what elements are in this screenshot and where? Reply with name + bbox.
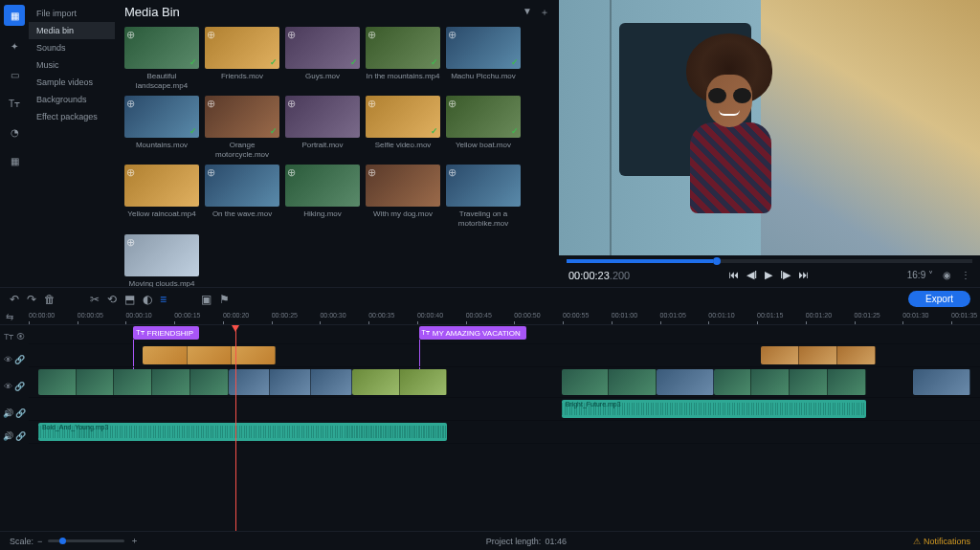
track-header-marker[interactable]: Tᴛ ⦿ <box>0 325 29 348</box>
cut-icon[interactable]: ✂ <box>90 293 100 306</box>
ruler-mark: 00:00:15 <box>174 312 200 319</box>
snapshot-icon[interactable]: ◉ <box>943 270 951 280</box>
track-header-v2[interactable]: 👁 🔗 <box>0 348 29 371</box>
rotate-icon[interactable]: ⟲ <box>107 293 117 306</box>
video-track-main[interactable] <box>29 367 980 398</box>
playhead[interactable] <box>235 325 236 531</box>
play-icon[interactable]: ▶ <box>765 269 772 281</box>
video-clip[interactable] <box>913 369 970 395</box>
media-item[interactable]: On the wave.mov <box>205 165 279 228</box>
aspect-ratio[interactable]: 16:9 ˅ <box>907 270 933 280</box>
video-track-upper[interactable] <box>29 344 980 367</box>
more-icon[interactable]: ⋮ <box>961 270 970 280</box>
sidebar-item-backgrounds[interactable]: Backgrounds <box>29 91 115 108</box>
media-thumbnail[interactable] <box>124 27 199 69</box>
media-thumbnail[interactable] <box>124 165 199 207</box>
notifications-button[interactable]: Notifications <box>913 537 970 546</box>
ratio-icon[interactable]: ▭ <box>6 66 23 83</box>
sidebar-item-sounds[interactable]: Sounds <box>29 39 115 56</box>
sparkle-icon[interactable]: ✦ <box>6 37 23 55</box>
media-thumbnail[interactable] <box>124 96 199 138</box>
media-item[interactable]: Machu Picchu.mov <box>446 27 521 90</box>
media-thumbnail[interactable] <box>366 96 440 138</box>
media-item[interactable]: Friends.mov <box>205 27 279 90</box>
color-icon[interactable]: ◐ <box>143 293 152 306</box>
track-header-a1[interactable]: 🔊 🔗 <box>0 402 29 425</box>
media-thumbnail[interactable] <box>205 27 279 69</box>
scale-minus[interactable]: − <box>37 537 42 546</box>
media-item[interactable]: Mountains.mov <box>124 96 199 159</box>
video-clip[interactable] <box>229 369 352 395</box>
media-thumbnail[interactable] <box>124 234 199 276</box>
step-back-icon[interactable]: ◀Ⅰ <box>746 269 757 281</box>
sidebar-item-sample-videos[interactable]: Sample videos <box>29 74 115 91</box>
video-clip[interactable] <box>761 346 875 364</box>
sidebar-item-music[interactable]: Music <box>29 56 115 74</box>
media-thumbnail[interactable] <box>285 165 360 207</box>
media-item[interactable]: Hiking.mov <box>285 165 360 228</box>
props-icon[interactable]: ≡ <box>160 293 167 306</box>
media-item[interactable]: In the mountains.mp4 <box>366 27 440 90</box>
media-thumbnail[interactable] <box>285 96 360 138</box>
timeline-marker[interactable]: MY AMAZING VACATION <box>419 326 526 340</box>
track-header-v1[interactable]: 👁 🔗 <box>0 371 29 402</box>
import-icon[interactable]: ▦ <box>4 5 25 26</box>
video-clip[interactable] <box>143 346 276 364</box>
step-fwd-icon[interactable]: Ⅰ▶ <box>780 269 791 281</box>
export-button[interactable]: Export <box>908 291 970 307</box>
media-item[interactable]: Moving clouds.mp4 <box>124 234 199 287</box>
media-thumbnail[interactable] <box>446 27 521 69</box>
redo-icon[interactable]: ↷ <box>27 293 36 306</box>
sidebar-item-media-bin[interactable]: Media bin <box>29 22 115 39</box>
video-clip[interactable] <box>657 369 714 395</box>
tool-rail: ▦ ✦ ▭ Tᴛ ◔ ▦ <box>0 0 29 287</box>
media-item[interactable]: Yellow boat.mov <box>446 96 521 159</box>
media-thumbnail[interactable] <box>446 165 521 207</box>
audio-track-2[interactable]: Bold_And_Young.mp3 <box>29 421 980 444</box>
sidebar-item-effect-packages[interactable]: Effect packages <box>29 108 115 125</box>
timeline-ruler[interactable]: ⇆ 00:00:0000:00:0500:00:1000:00:1500:00:… <box>0 310 980 325</box>
scale-plus[interactable]: ＋ <box>130 535 139 547</box>
marker-track[interactable]: FRIENDSHIPMY AMAZING VACATION <box>29 325 980 344</box>
audio-track-1[interactable]: Bright_Future.mp3 <box>29 398 980 421</box>
track-header-a2[interactable]: 🔊 🔗 <box>0 425 29 448</box>
video-clip[interactable] <box>714 369 866 395</box>
media-item[interactable]: Yellow raincoat.mp4 <box>124 165 199 228</box>
media-item[interactable]: Selfie video.mov <box>366 96 440 159</box>
media-item[interactable]: Beautiful landscape.mp4 <box>124 27 199 90</box>
skip-end-icon[interactable]: ⏭ <box>798 269 809 281</box>
media-item[interactable]: Orange motorcycle.mov <box>205 96 279 159</box>
crop-icon[interactable]: ⬒ <box>124 293 135 306</box>
media-thumbnail[interactable] <box>366 165 440 207</box>
media-thumbnail[interactable] <box>285 27 360 69</box>
media-item[interactable]: Portrait.mov <box>285 96 360 159</box>
skip-start-icon[interactable]: ⏮ <box>728 269 739 281</box>
media-item[interactable]: Guys.mov <box>285 27 360 90</box>
media-item[interactable]: With my dog.mov <box>366 165 440 228</box>
audio-clip[interactable]: Bright_Future.mp3 <box>562 400 866 418</box>
delete-icon[interactable]: 🗑 <box>44 293 56 306</box>
sidebar-item-file-import[interactable]: File import <box>29 5 115 22</box>
grid-icon[interactable]: ▦ <box>6 152 23 169</box>
media-thumbnail[interactable] <box>205 96 279 138</box>
zoom-fit-icon[interactable]: ⇆ <box>6 312 13 322</box>
undo-icon[interactable]: ↶ <box>10 293 19 306</box>
trans-icon[interactable]: ▣ <box>201 293 212 306</box>
media-item[interactable]: Traveling on a motorbike.mov <box>446 165 521 228</box>
media-thumbnail[interactable] <box>205 165 279 207</box>
video-clip[interactable] <box>562 369 657 395</box>
timeline-marker[interactable]: FRIENDSHIP <box>133 326 199 340</box>
preview-scrubber[interactable] <box>567 259 972 263</box>
video-clip[interactable] <box>38 369 229 395</box>
media-thumbnail[interactable] <box>446 96 521 138</box>
video-clip[interactable] <box>352 369 447 395</box>
drop-icon[interactable]: ◔ <box>6 123 23 141</box>
media-thumbnail[interactable] <box>366 27 440 69</box>
audio-clip[interactable]: Bold_And_Young.mp3 <box>38 423 447 441</box>
preview-image[interactable] <box>559 0 980 255</box>
text-icon[interactable]: Tᴛ <box>6 95 23 112</box>
scale-slider[interactable] <box>48 539 124 542</box>
flag-icon[interactable]: ⚑ <box>219 293 230 306</box>
filter-icon[interactable]: ▼ <box>523 6 532 19</box>
add-media-icon[interactable]: ＋ <box>540 6 549 19</box>
